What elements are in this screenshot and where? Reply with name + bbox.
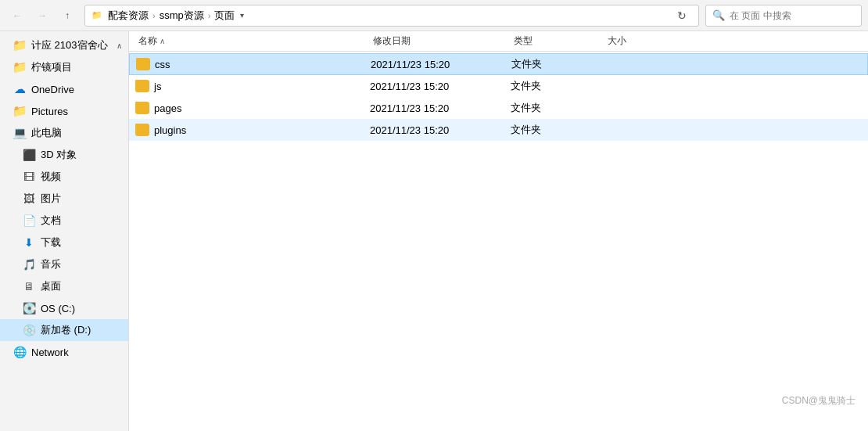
sidebar-item-music[interactable]: 🎵 音乐 [0,253,128,275]
col-name-label: 名称 [138,34,157,48]
breadcrumb-part-3[interactable]: 页面 [212,8,237,23]
sidebar-label-image: 图片 [41,192,61,206]
sidebar-item-download[interactable]: ⬇ 下载 [0,232,128,253]
sort-arrow-name: ∧ [160,37,165,45]
content-area: 名称 ∧ 修改日期 类型 大小 css 2021/11/23 15:20 文件夹 [129,31,868,431]
file-name-text: js [154,81,161,92]
file-cell-name: plugins [135,124,370,136]
sidebar-label-onedrive: OneDrive [31,84,74,95]
folder-icon-small [136,58,150,70]
drive-c-icon: 💽 [22,301,36,315]
watermark: CSDN@鬼鬼骑士 [782,394,855,408]
back-button[interactable]: ← [6,5,28,27]
file-cell-date: 2021/11/23 15:20 [371,59,511,70]
drive-d-icon: 💿 [22,323,36,337]
breadcrumb-part-2[interactable]: ssmp资源 [157,8,206,23]
file-cell-date: 2021/11/23 15:20 [370,124,511,136]
desktop-icon: 🖥 [22,279,36,293]
table-row[interactable]: pages 2021/11/23 15:20 文件夹 [129,97,868,119]
table-row[interactable]: css 2021/11/23 15:20 文件夹 [129,53,868,75]
file-name-text: css [155,59,170,70]
breadcrumb-part-1[interactable]: 配套资源 [106,8,151,23]
col-header-type[interactable]: 类型 [511,33,604,49]
col-header-name[interactable]: 名称 ∧ [135,33,370,49]
col-header-date[interactable]: 修改日期 [370,33,511,49]
folder-pics-icon: 📁 [13,104,27,118]
video-icon: 🎞 [22,170,36,184]
download-icon: ⬇ [22,235,36,250]
sidebar-item-video[interactable]: 🎞 视频 [0,166,128,188]
file-name-text: pages [154,102,181,114]
sidebar-item-desktop[interactable]: 🖥 桌面 [0,275,128,297]
breadcrumb: 配套资源 › ssmp资源 › 页面 ▾ [106,8,672,23]
sidebar-label-download: 下载 [41,235,61,250]
table-row[interactable]: plugins 2021/11/23 15:20 文件夹 [129,119,868,141]
search-bar[interactable]: 🔍 [705,5,862,27]
folder-nav-icon: 📁 [91,10,102,20]
sidebar-label-music: 音乐 [41,257,61,271]
refresh-button[interactable]: ↻ [672,5,692,26]
folder-icon: 📁 [13,60,27,74]
sidebar-item-osc[interactable]: 💽 OS (C:) [0,297,128,319]
folder-icon-small [135,124,149,136]
sidebar-label-thispc: 此电脑 [31,126,62,140]
col-date-label: 修改日期 [373,34,411,48]
main-layout: 📁 计应 2103宿舍心 ∧ 📁 柠镜项目 ☁ OneDrive 📁 Pictu… [0,31,868,431]
col-type-label: 类型 [514,34,533,48]
sidebar-item-thispc[interactable]: 💻 此电脑 [0,122,128,144]
sidebar-item-jisu[interactable]: 📁 计应 2103宿舍心 ∧ [0,34,128,56]
breadcrumb-dropdown[interactable]: ▾ [239,9,246,21]
file-cell-name: pages [135,102,370,114]
sidebar-item-onedrive[interactable]: ☁ OneDrive [0,78,128,100]
file-list: css 2021/11/23 15:20 文件夹 js 2021/11/23 1… [129,52,868,431]
3d-icon: ⬛ [22,148,36,162]
sidebar-label-xinjuan: 新加卷 (D:) [41,323,91,337]
file-cell-name: css [136,58,371,70]
folder-icon: 📁 [13,38,27,52]
file-name-text: plugins [154,124,186,136]
network-icon: 🌐 [13,345,27,359]
col-header-size[interactable]: 大小 [604,33,683,49]
sidebar-label-video: 视频 [41,170,61,184]
doc-icon: 📄 [22,214,36,228]
sidebar-label-doc: 文档 [41,214,61,228]
file-cell-type: 文件夹 [511,79,604,93]
file-cell-type: 文件夹 [511,123,604,137]
breadcrumb-sep-2: › [208,11,211,20]
col-size-label: 大小 [608,34,626,48]
sidebar-label-jisu: 计应 2103宿舍心 [31,38,108,52]
address-bar[interactable]: 📁 配套资源 › ssmp资源 › 页面 ▾ ↻ [84,5,699,27]
folder-icon-small [135,102,149,114]
folder-icon-small [135,80,149,92]
breadcrumb-sep-1: › [152,11,156,20]
music-icon: 🎵 [22,257,36,271]
sidebar-label-pictures: Pictures [31,106,68,117]
column-headers: 名称 ∧ 修改日期 类型 大小 [129,31,868,52]
sidebar-label-osc: OS (C:) [41,303,75,314]
pc-icon: 💻 [13,126,27,140]
sidebar-item-doc[interactable]: 📄 文档 [0,210,128,232]
sidebar-item-network[interactable]: 🌐 Network [0,341,128,363]
image-icon: 🖼 [22,192,36,206]
sidebar-item-pictures[interactable]: 📁 Pictures [0,100,128,122]
table-row[interactable]: js 2021/11/23 15:20 文件夹 [129,75,868,97]
cloud-folder-icon: ☁ [13,82,27,96]
sidebar-item-xinjuan[interactable]: 💿 新加卷 (D:) [0,319,128,341]
up-button[interactable]: ↑ [56,5,78,27]
forward-button[interactable]: → [31,5,53,27]
sidebar-item-3d[interactable]: ⬛ 3D 对象 [0,144,128,166]
sidebar-item-jujing[interactable]: 📁 柠镜项目 [0,56,128,78]
file-cell-date: 2021/11/23 15:20 [370,81,511,92]
sidebar-label-network: Network [31,347,69,358]
file-cell-name: js [135,80,370,92]
sidebar-label-desktop: 桌面 [41,279,61,293]
sidebar-item-image[interactable]: 🖼 图片 [0,188,128,210]
sidebar-label-jujing: 柠镜项目 [31,60,72,74]
toolbar: ← → ↑ 📁 配套资源 › ssmp资源 › 页面 ▾ ↻ 🔍 [0,0,868,31]
file-cell-type: 文件夹 [511,101,604,115]
expand-arrow-jisu[interactable]: ∧ [117,41,122,50]
file-cell-date: 2021/11/23 15:20 [370,102,511,114]
sidebar-label-3d: 3D 对象 [41,148,77,162]
search-input[interactable] [730,10,855,21]
search-icon: 🔍 [712,9,725,21]
